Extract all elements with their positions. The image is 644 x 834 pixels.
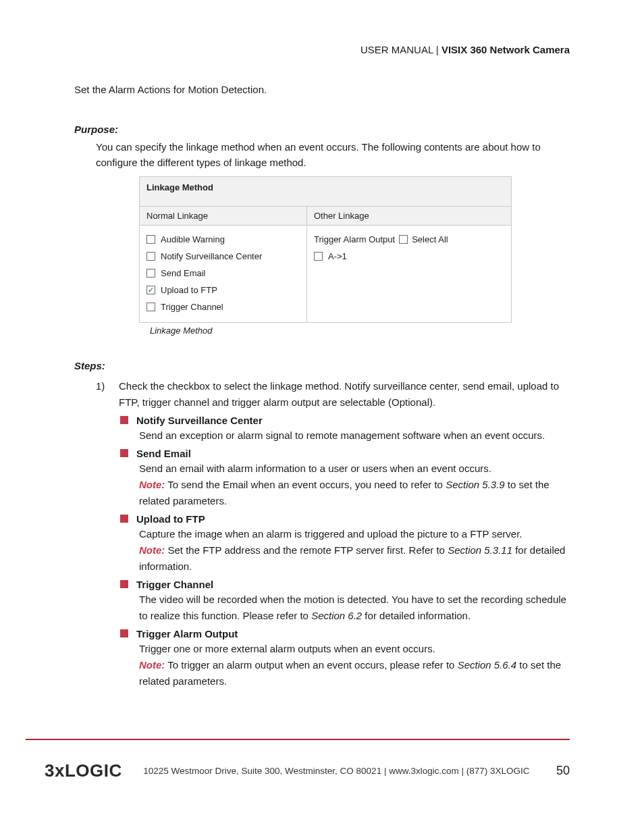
normal-linkage-item: ✓Upload to FTP [146, 282, 300, 298]
sub-item-line: Note: Set the FTP address and the remote… [120, 542, 570, 575]
sub-item-line: Capture the image when an alarm is trigg… [120, 526, 570, 542]
other-linkage-column: Trigger Alarm Output Select All A->1 [307, 225, 511, 322]
col-head-other: Other Linkage [307, 206, 511, 225]
step-number: 1) [96, 378, 111, 411]
sub-item: Trigger Alarm OutputTrigger one or more … [120, 628, 570, 689]
checkbox-label: Trigger Channel [161, 302, 223, 312]
normal-linkage-item: Notify Surveillance Center [146, 248, 300, 265]
trigger-alarm-label: Trigger Alarm Output [314, 234, 395, 244]
sub-item-title: Send Email [136, 448, 191, 459]
square-bullet-icon [120, 580, 128, 588]
header-prefix: USER MANUAL | [360, 44, 441, 55]
sub-item-title: Notify Surveillance Center [136, 415, 263, 426]
select-all-checkbox[interactable] [399, 235, 408, 244]
purpose-body: You can specify the linkage method when … [74, 139, 570, 171]
line-post: for detailed information. [362, 610, 471, 621]
sub-item-line: Note: To send the Email when an event oc… [120, 477, 570, 509]
col-head-normal: Normal Linkage [140, 206, 307, 225]
checkbox-label: A->1 [328, 251, 347, 261]
normal-linkage-item: Send Email [146, 265, 300, 282]
footer-text: 10225 Westmoor Drive, Suite 300, Westmin… [136, 766, 537, 776]
select-all-label: Select All [412, 234, 448, 244]
sub-item: Send EmailSend an email with alarm infor… [120, 448, 570, 509]
step-body: Check the checkbox to select the linkage… [119, 378, 570, 411]
line-pre: To send the Email when an event occurs, … [165, 479, 446, 490]
normal-linkage-column: Audible WarningNotify Surveillance Cente… [140, 225, 307, 322]
other-linkage-item: A->1 [314, 248, 504, 265]
section-ref: Section 6.2 [311, 610, 362, 621]
page-number: 50 [551, 764, 570, 778]
intro-text: Set the Alarm Actions for Motion Detecti… [74, 84, 570, 95]
linkage-title: Linkage Method [140, 177, 511, 206]
checkbox-label: Audible Warning [161, 234, 225, 244]
line-pre: Set the FTP address and the remote FTP s… [165, 544, 448, 556]
square-bullet-icon [120, 629, 128, 637]
section-ref: Section 5.3.11 [448, 544, 512, 556]
square-bullet-icon [120, 515, 128, 523]
sub-item-line: Note: To trigger an alarm output when an… [120, 657, 570, 689]
sub-item-line: Send an email with alarm information to … [120, 461, 570, 477]
page-header: USER MANUAL | VISIX 360 Network Camera [74, 44, 570, 55]
square-bullet-icon [120, 449, 128, 457]
checkbox[interactable] [146, 303, 155, 311]
footer-rule [26, 739, 570, 740]
line-pre: To trigger an alarm output when an event… [165, 659, 457, 671]
note-label: Note: [139, 659, 165, 671]
checkbox[interactable] [146, 235, 155, 244]
note-label: Note: [139, 544, 165, 556]
sub-item-line: Trigger one or more external alarm outpu… [120, 641, 570, 657]
sub-item-line: Send an exception or alarm signal to rem… [120, 427, 570, 444]
page-footer: 3xLOGIC 10225 Westmoor Drive, Suite 300,… [26, 739, 570, 781]
sub-item: Notify Surveillance CenterSend an except… [120, 415, 570, 444]
checkbox[interactable]: ✓ [146, 286, 155, 294]
header-title: VISIX 360 Network Camera [441, 44, 570, 55]
checkbox[interactable] [146, 252, 155, 261]
checkbox[interactable] [146, 269, 155, 278]
normal-linkage-item: Audible Warning [146, 231, 300, 248]
note-label: Note: [139, 479, 165, 490]
sub-item-title: Trigger Alarm Output [136, 628, 238, 640]
normal-linkage-item: Trigger Channel [146, 298, 300, 315]
sub-item: Upload to FTPCapture the image when an a… [120, 513, 570, 575]
checkbox-label: Upload to FTP [161, 285, 217, 295]
linkage-figure: Linkage Method Normal Linkage Other Link… [74, 176, 570, 323]
step-1: 1) Check the checkbox to select the link… [96, 378, 570, 411]
section-ref: Section 5.6.4 [458, 659, 517, 671]
sub-item-title: Trigger Channel [136, 579, 213, 590]
sub-item: Trigger ChannelThe video will be recorde… [120, 579, 570, 624]
checkbox-label: Notify Surveillance Center [161, 251, 262, 261]
checkbox[interactable] [314, 252, 323, 261]
brand-logo: 3xLOGIC [26, 760, 122, 781]
section-ref: Section 5.3.9 [446, 479, 505, 490]
figure-caption: Linkage Method [74, 325, 570, 336]
checkbox-label: Send Email [161, 268, 205, 278]
square-bullet-icon [120, 416, 128, 424]
sub-item-title: Upload to FTP [136, 513, 205, 525]
steps-label: Steps: [74, 360, 570, 371]
purpose-label: Purpose: [74, 124, 570, 135]
sub-item-line: The video will be recorded when the moti… [120, 592, 570, 624]
